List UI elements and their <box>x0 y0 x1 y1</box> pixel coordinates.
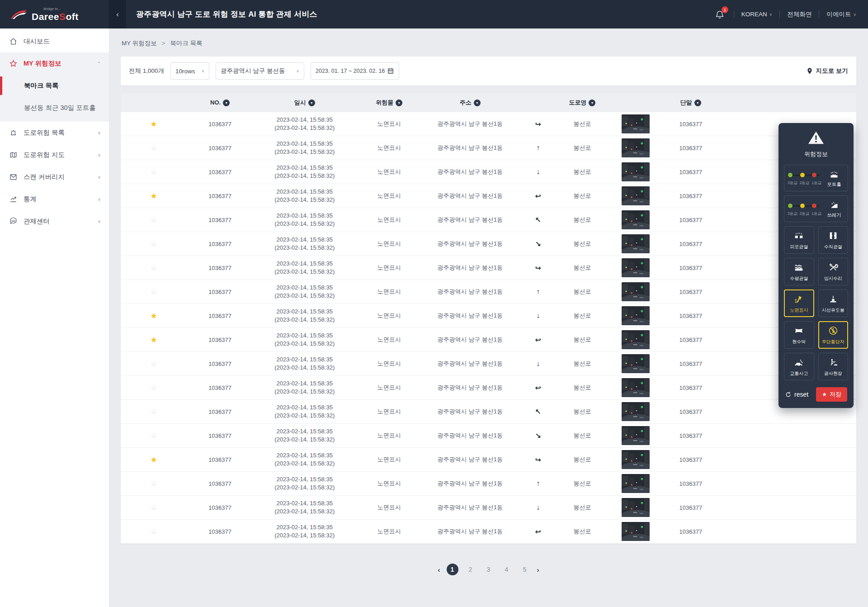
sort-chevron-icon[interactable]: ▾ <box>223 100 230 106</box>
table-row[interactable]: ☆ 1036377 2023-02-14, 15:58:35(2023-02-1… <box>121 280 856 304</box>
bookmark-star-icon[interactable]: ☆ <box>151 432 157 440</box>
pagination-page-5[interactable]: 5 <box>519 564 531 575</box>
hazard-type-button-피로균열[interactable]: 피로균열 <box>784 226 814 254</box>
hazard-thumbnail[interactable] <box>622 378 650 397</box>
bookmark-star-icon[interactable]: ☆ <box>151 384 157 392</box>
bookmark-star-icon[interactable]: ☆ <box>151 360 157 368</box>
hazard-thumbnail[interactable] <box>622 234 650 253</box>
hazard-type-button-공사현장[interactable]: 공사현장 <box>818 353 849 380</box>
bookmark-star-icon[interactable]: ☆ <box>151 264 157 272</box>
table-row[interactable]: ☆ 1036377 2023-02-14, 15:58:35(2023-02-1… <box>121 208 856 232</box>
hazard-thumbnail[interactable] <box>622 306 650 325</box>
table-row[interactable]: ☆ 1036377 2023-02-14, 15:58:35(2023-02-1… <box>121 136 856 160</box>
table-row[interactable]: ☆ 1036377 2023-02-14, 15:58:35(2023-02-1… <box>121 256 856 280</box>
hazard-thumbnail[interactable] <box>622 186 650 205</box>
table-row[interactable]: ☆ 1036377 2023-02-14, 15:58:35(2023-02-1… <box>121 496 856 520</box>
grade-dot[interactable] <box>800 204 805 208</box>
grade-dot[interactable] <box>788 204 793 208</box>
fullscreen-button[interactable]: 전체화면 <box>787 10 811 19</box>
sidebar-item-my-hazard[interactable]: MY 위험정보 ⌃ <box>0 52 109 75</box>
sort-chevron-icon[interactable]: ▾ <box>308 100 315 106</box>
sidebar-item-dashboard[interactable]: 대시보드 <box>0 30 109 52</box>
hazard-type-포트홀[interactable]: 포트홀 <box>824 170 844 188</box>
hazard-type-button-임시수리[interactable]: 임시수리 <box>818 258 849 285</box>
hazard-thumbnail[interactable] <box>622 138 650 157</box>
hazard-thumbnail[interactable] <box>622 402 650 421</box>
table-row[interactable]: ★ 1036377 2023-02-14, 15:58:35(2023-02-1… <box>121 304 856 328</box>
table-row[interactable]: ☆ 1036377 2023-02-14, 15:58:35(2023-02-1… <box>121 352 856 376</box>
sort-chevron-icon[interactable]: ▾ <box>694 100 701 106</box>
hazard-type-button-현수막[interactable]: 현수막 <box>784 321 814 349</box>
table-row[interactable]: ☆ 1036377 2023-02-14, 15:58:35(2023-02-1… <box>121 520 856 544</box>
hazard-thumbnail[interactable] <box>622 522 650 541</box>
bookmark-star-icon[interactable]: ☆ <box>151 479 157 488</box>
hazard-thumbnail[interactable] <box>622 162 650 181</box>
sidebar-item-hazard-map[interactable]: 도로위험 지도∨ <box>0 144 109 166</box>
save-button[interactable]: ★ 저장 <box>816 387 847 402</box>
bookmark-star-icon[interactable]: ☆ <box>151 240 157 248</box>
table-row[interactable]: ☆ 1036377 2023-02-14, 15:58:35(2023-02-1… <box>121 472 856 496</box>
notification-bell-icon[interactable]: 1 <box>715 9 726 20</box>
hazard-type-button-교통사고[interactable]: 교통사고 <box>784 353 814 380</box>
column-header[interactable]: 단말▾ <box>665 99 717 107</box>
hazard-type-button-무단횡단자[interactable]: 무단횡단자 <box>818 321 849 349</box>
hazard-thumbnail[interactable] <box>622 426 650 445</box>
sidebar-item-control-center[interactable]: 관제센터∨ <box>0 210 109 232</box>
sidebar-item-bookmark-list[interactable]: 북마크 목록 <box>0 75 109 97</box>
table-row[interactable]: ★ 1036377 2023-02-14, 15:58:35(2023-02-1… <box>121 112 856 136</box>
bookmark-star-icon[interactable]: ☆ <box>151 168 157 176</box>
table-row[interactable]: ☆ 1036377 2023-02-14, 15:58:35(2023-02-1… <box>121 160 856 184</box>
bookmark-star-icon[interactable]: ☆ <box>151 216 157 224</box>
column-header[interactable]: 도로명▾ <box>558 99 606 107</box>
pagination-next-icon[interactable]: › <box>537 566 539 574</box>
pagination-page-2[interactable]: 2 <box>465 564 476 575</box>
view-on-map-button[interactable]: 지도로 보기 <box>806 67 848 75</box>
hazard-type-button-수직균열[interactable]: 수직균열 <box>818 226 849 254</box>
grade-dot[interactable] <box>812 173 816 177</box>
bookmark-star-icon[interactable]: ☆ <box>151 527 157 536</box>
hazard-type-button-시선유도봉[interactable]: 시선유도봉 <box>818 289 849 317</box>
table-row[interactable]: ☆ 1036377 2023-02-14, 15:58:35(2023-02-1… <box>121 424 856 448</box>
hazard-thumbnail[interactable] <box>622 282 650 301</box>
column-header[interactable]: 일시▾ <box>253 99 356 107</box>
sort-chevron-icon[interactable]: ▾ <box>396 100 402 106</box>
sidebar-item-statistics[interactable]: 통계∨ <box>0 188 109 210</box>
pagination-page-4[interactable]: 4 <box>501 564 513 575</box>
hazard-type-쓰레기[interactable]: 쓰레기 <box>824 200 844 218</box>
bookmark-star-icon[interactable]: ☆ <box>151 144 157 152</box>
table-row[interactable]: ★ 1036377 2023-02-14, 15:58:35(2023-02-1… <box>121 448 856 472</box>
hazard-thumbnail[interactable] <box>622 330 650 349</box>
column-header[interactable]: 위험물▾ <box>356 99 422 107</box>
sort-chevron-icon[interactable]: ▾ <box>589 100 595 106</box>
bookmark-star-icon[interactable]: ★ <box>151 120 157 128</box>
reset-button[interactable]: reset <box>785 391 808 398</box>
pagination-page-1[interactable]: 1 <box>447 564 458 575</box>
sort-chevron-icon[interactable]: ▾ <box>474 100 481 106</box>
region-select[interactable]: 광주광역시 남구 봉선동∨ <box>216 62 304 80</box>
pagination-page-3[interactable]: 3 <box>483 564 495 575</box>
sidebar-item-scan-coverage[interactable]: 스캔 커버리지∨ <box>0 166 109 188</box>
bookmark-star-icon[interactable]: ☆ <box>151 288 157 296</box>
column-header[interactable]: NO.▾ <box>187 99 253 106</box>
table-row[interactable]: ★ 1036377 2023-02-14, 15:58:35(2023-02-1… <box>121 328 856 352</box>
hazard-thumbnail[interactable] <box>622 474 650 493</box>
rows-per-page-select[interactable]: 10rows∨ <box>170 62 209 80</box>
hazard-thumbnail[interactable] <box>622 210 650 229</box>
hazard-type-button-노면표시[interactable]: 노면표시 <box>784 289 814 317</box>
sidebar-item-hazard-list[interactable]: 도로위험 목록∨ <box>0 122 109 144</box>
hazard-thumbnail[interactable] <box>622 354 650 373</box>
table-row[interactable]: ☆ 1036377 2023-02-14, 15:58:35(2023-02-1… <box>121 400 856 424</box>
table-row[interactable]: ☆ 1036377 2023-02-14, 15:58:35(2023-02-1… <box>121 376 856 400</box>
sidebar-item-recent-pothole[interactable]: 봉선동 최근 30일 포트홀 <box>0 97 109 119</box>
bookmark-star-icon[interactable]: ★ <box>151 192 157 200</box>
hazard-thumbnail[interactable] <box>622 114 650 133</box>
grade-dot[interactable] <box>800 173 805 177</box>
bookmark-star-icon[interactable]: ★ <box>151 455 157 464</box>
hazard-thumbnail[interactable] <box>622 258 650 277</box>
table-row[interactable]: ★ 1036377 2023-02-14, 15:58:35(2023-02-1… <box>121 184 856 208</box>
table-row[interactable]: ☆ 1036377 2023-02-14, 15:58:35(2023-02-1… <box>121 232 856 256</box>
hazard-thumbnail[interactable] <box>622 450 650 469</box>
app-logo[interactable]: Bridge to... DareeSoft <box>0 0 109 28</box>
sidebar-collapse-button[interactable]: ‹ <box>109 0 126 28</box>
bookmark-star-icon[interactable]: ☆ <box>151 408 157 416</box>
